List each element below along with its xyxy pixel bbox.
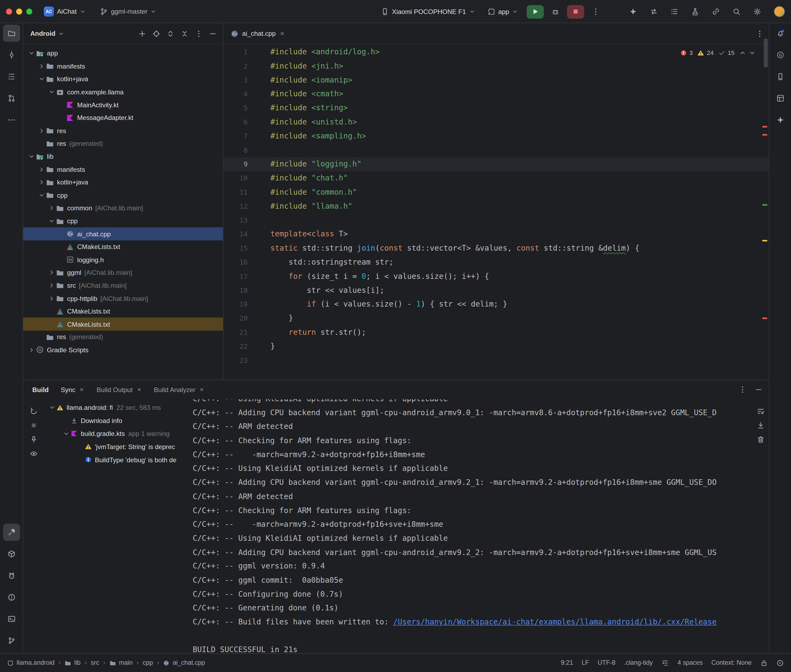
user-avatar[interactable] (774, 6, 785, 17)
code-line[interactable]: 12#include "llama.h" (223, 200, 769, 213)
chevron-right-icon[interactable] (47, 269, 56, 276)
tree-item-manifests[interactable]: manifests (23, 60, 223, 73)
code-line[interactable]: 3#include <iomanip> (223, 74, 769, 87)
filter-messages-icon[interactable] (30, 450, 38, 458)
more-run-options-button[interactable] (589, 5, 603, 18)
error-stripe-mark[interactable] (762, 204, 767, 206)
add-icon[interactable] (138, 30, 146, 38)
run-configuration-selector[interactable]: app (484, 6, 522, 18)
tree-item-mainactivity-kt[interactable]: MainActivity.kt (23, 98, 223, 111)
breadcrumb-item-lib[interactable]: lib (64, 659, 80, 666)
code-line[interactable]: 2#include <jni.h> (223, 59, 769, 74)
code-line[interactable]: 22} (223, 340, 769, 354)
project-widget[interactable]: AC AiChat (40, 4, 89, 18)
code-line[interactable]: 18 str << values[i]; (223, 283, 769, 298)
tree-item-cmakelists-txt[interactable]: CMakeLists.txt (23, 318, 223, 331)
indent-setting[interactable]: 4 spaces (677, 659, 703, 666)
tree-item-kotlin-java[interactable]: kotlin+java (23, 73, 223, 85)
close-tab-icon[interactable] (279, 30, 285, 36)
inspections-widget[interactable]: 3 24 15 (680, 50, 756, 56)
file-encoding[interactable]: UTF-8 (597, 659, 615, 666)
gradle-tool-button[interactable]: G (772, 46, 789, 64)
settings-icon[interactable] (753, 8, 761, 16)
close-tab-icon[interactable] (79, 387, 85, 392)
breadcrumb-item-src[interactable]: src (91, 659, 99, 666)
chevron-right-icon[interactable] (37, 166, 46, 173)
logcat-tool-button[interactable] (3, 567, 20, 584)
tree-item-cmakelists-txt[interactable]: CMakeLists.txt (23, 240, 223, 253)
chevron-right-icon[interactable] (47, 282, 56, 289)
inspection-level-icon[interactable] (777, 659, 784, 667)
code-line[interactable]: 6#include <unistd.h> (223, 115, 769, 130)
collapse-all-icon[interactable] (181, 30, 189, 38)
tree-item-cpp[interactable]: cpp (23, 189, 223, 202)
code-line[interactable]: 10#include "chat.h" (223, 171, 769, 186)
more-tool-windows-button[interactable] (3, 111, 20, 128)
context-widget[interactable]: Context: None (711, 659, 752, 666)
code-line[interactable]: 19 if (i < values.size() - 1) { str << d… (223, 298, 769, 312)
code-line[interactable]: 23 (223, 354, 769, 368)
code-editor[interactable]: 1#include <android/log.h>2#include <jni.… (223, 44, 769, 368)
tree-item-res[interactable]: res(generated) (23, 137, 223, 150)
previous-problem-icon[interactable] (739, 50, 746, 56)
hide-build-panel-icon[interactable] (755, 386, 763, 394)
next-problem-icon[interactable] (749, 50, 756, 56)
tree-item-src[interactable]: src[AiChat.lib.main] (23, 279, 223, 292)
assistant-tool-button[interactable] (772, 111, 789, 128)
zoom-window-button[interactable] (26, 8, 32, 14)
chevron-right-icon[interactable] (47, 205, 56, 211)
error-stripe-mark[interactable] (762, 240, 767, 242)
tree-item-ai-chat-cpp[interactable]: C+ai_chat.cpp (23, 227, 223, 240)
code-line[interactable]: 5#include <string> (223, 101, 769, 115)
line-separator[interactable]: LF (582, 659, 589, 666)
editor-scrollbar[interactable] (764, 38, 768, 67)
version-control-tool-button[interactable] (3, 632, 20, 649)
tab-ai-chat-cpp[interactable]: C+ ai_chat.cpp (223, 23, 291, 44)
build-console[interactable]: C/C++: -- Using KleidiAI optimized kerne… (192, 399, 769, 653)
ai-assistant-icon[interactable] (629, 8, 637, 16)
cursor-position[interactable]: 9:21 (561, 659, 573, 666)
console-link[interactable]: /Users/hanyin/Workspace/ai-chat/examples… (393, 618, 717, 627)
build-tree-item-build-gradle-kts[interactable]: build.gradle.ktsapp 1 warning (44, 427, 192, 440)
run-button[interactable] (527, 5, 544, 19)
locate-file-icon[interactable] (152, 30, 160, 38)
build-options-icon[interactable] (738, 386, 747, 394)
expand-all-icon[interactable] (167, 30, 175, 38)
options-menu-icon[interactable] (195, 30, 203, 38)
test-tools-icon[interactable] (691, 8, 699, 16)
code-line[interactable]: 17 for (size_t i = 0; i < values.size();… (223, 269, 769, 283)
code-line[interactable]: 14template<class T> (223, 227, 769, 242)
chevron-down-icon[interactable] (62, 430, 71, 437)
error-stripe-mark[interactable] (762, 134, 767, 136)
tree-item-cpp-httplib[interactable]: cpp-httplib[AiChat.lib.main] (23, 292, 223, 305)
minimize-window-button[interactable] (16, 8, 22, 14)
tree-item-app[interactable]: app (23, 47, 223, 60)
tree-item-ggml[interactable]: ggml[AiChat.lib.main] (23, 266, 223, 279)
chevron-down-icon[interactable] (47, 89, 56, 95)
tree-item-messageadapter-kt[interactable]: MessageAdapter.kt (23, 111, 223, 124)
indent-style-icon[interactable] (661, 659, 669, 667)
chevron-right-icon[interactable] (37, 179, 46, 186)
task-list-icon[interactable] (671, 8, 679, 16)
code-line[interactable]: 16 std::ostringstream str; (223, 256, 769, 269)
chevron-down-icon[interactable] (37, 192, 46, 198)
chevron-right-icon[interactable] (47, 295, 56, 302)
code-line[interactable]: 15static std::string join(const std::vec… (223, 242, 769, 256)
code-line[interactable]: 11#include "common.h" (223, 186, 769, 200)
chevron-right-icon[interactable] (27, 347, 36, 353)
code-line[interactable]: 13 (223, 213, 769, 227)
chevron-right-icon[interactable] (37, 128, 46, 134)
soft-wrap-icon[interactable] (757, 407, 765, 415)
share-link-icon[interactable] (712, 8, 720, 16)
tree-item-lib[interactable]: lib (23, 150, 223, 163)
notifications-button[interactable] (772, 25, 789, 42)
build-tree-item-llama-android-fi[interactable]: llama.android: fi22 sec, 583 ms (44, 401, 192, 414)
editor-options-icon[interactable] (756, 30, 764, 38)
problems-tool-button[interactable] (3, 589, 20, 606)
tree-item-com-example-llama[interactable]: com.example.llama (23, 85, 223, 98)
chevron-down-icon[interactable] (27, 153, 36, 160)
tree-item-logging-h[interactable]: Hlogging.h (23, 253, 223, 266)
dependencies-tool-button[interactable] (3, 546, 20, 563)
stop-button[interactable] (567, 5, 584, 19)
breadcrumb-item-cpp[interactable]: cpp (143, 659, 153, 666)
